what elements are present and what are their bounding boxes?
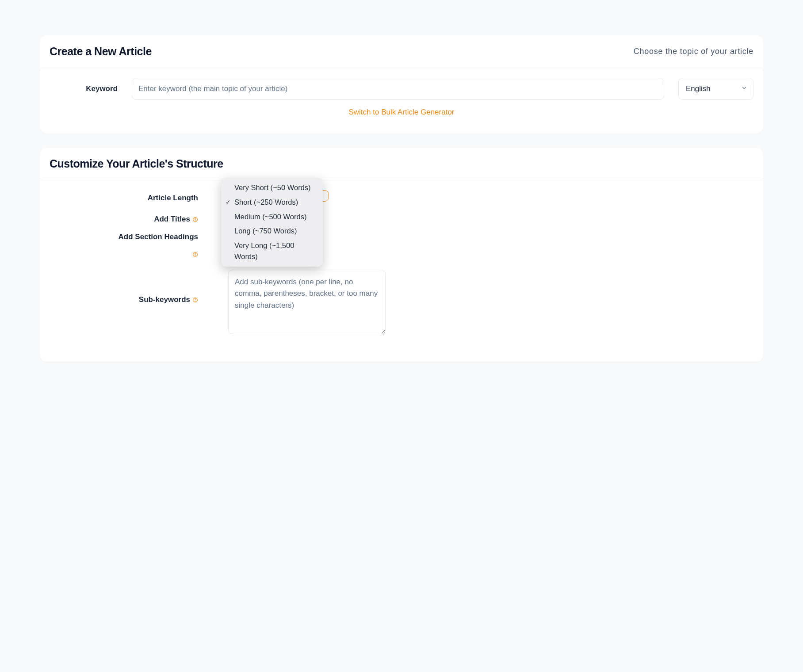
- help-icon[interactable]: [192, 252, 198, 258]
- structure-card: Customize Your Article's Structure Artic…: [40, 148, 763, 362]
- svg-point-3: [195, 256, 195, 256]
- language-select-wrap: English: [678, 78, 753, 100]
- add-titles-row: Add Titles: [50, 211, 753, 224]
- article-length-label-col: Article Length: [50, 190, 228, 202]
- article-length-input-col: Very Short (~50 Words) ✓ Short (~250 Wor…: [228, 190, 753, 202]
- keyword-label: Keyword: [50, 84, 118, 93]
- length-option-short-label: Short (~250 Words): [234, 198, 298, 206]
- length-option-long[interactable]: Long (~750 Words): [221, 224, 323, 238]
- create-header: Create a New Article Choose the topic of…: [40, 35, 763, 68]
- add-titles-label: Add Titles: [154, 215, 190, 224]
- sub-keywords-label-col: Sub-keywords: [50, 270, 228, 304]
- add-headings-label: Add Section Headings: [119, 233, 198, 241]
- svg-point-5: [195, 301, 195, 301]
- length-option-short[interactable]: ✓ Short (~250 Words): [221, 195, 323, 210]
- length-option-medium[interactable]: Medium (~500 Words): [221, 210, 323, 224]
- create-subtitle: Choose the topic of your article: [634, 47, 753, 56]
- create-article-card: Create a New Article Choose the topic of…: [40, 35, 763, 134]
- structure-title: Customize Your Article's Structure: [50, 157, 753, 170]
- keyword-row: Keyword English: [50, 78, 753, 100]
- article-length-dropdown: Very Short (~50 Words) ✓ Short (~250 Wor…: [221, 178, 323, 267]
- svg-point-1: [195, 220, 195, 221]
- language-select[interactable]: English: [678, 78, 753, 100]
- sub-keywords-row: Sub-keywords: [50, 270, 753, 336]
- sub-keywords-label: Sub-keywords: [139, 295, 190, 304]
- add-headings-row: Add Section Headings Off: [50, 233, 753, 258]
- article-length-row: Article Length Very Short (~50 Words) ✓ …: [50, 190, 753, 202]
- create-title: Create a New Article: [50, 45, 152, 58]
- structure-body: Article Length Very Short (~50 Words) ✓ …: [40, 180, 763, 362]
- length-option-very-short[interactable]: Very Short (~50 Words): [221, 180, 323, 195]
- keyword-input[interactable]: [132, 78, 664, 100]
- length-option-very-long[interactable]: Very Long (~1,500 Words): [221, 238, 323, 264]
- checkmark-icon: ✓: [226, 198, 231, 207]
- create-body: Keyword English Switch to Bulk Article G…: [40, 68, 763, 134]
- add-headings-label-col: Add Section Headings: [50, 233, 228, 258]
- help-icon[interactable]: [192, 297, 198, 303]
- add-titles-label-col: Add Titles: [50, 211, 228, 224]
- article-length-label: Article Length: [148, 194, 198, 202]
- sub-keywords-input-col: [228, 270, 753, 336]
- switch-bulk-link[interactable]: Switch to Bulk Article Generator: [50, 108, 753, 117]
- sub-keywords-textarea[interactable]: [228, 270, 386, 334]
- keyword-input-wrap: [132, 78, 664, 100]
- structure-header: Customize Your Article's Structure: [40, 148, 763, 180]
- help-icon[interactable]: [192, 216, 198, 222]
